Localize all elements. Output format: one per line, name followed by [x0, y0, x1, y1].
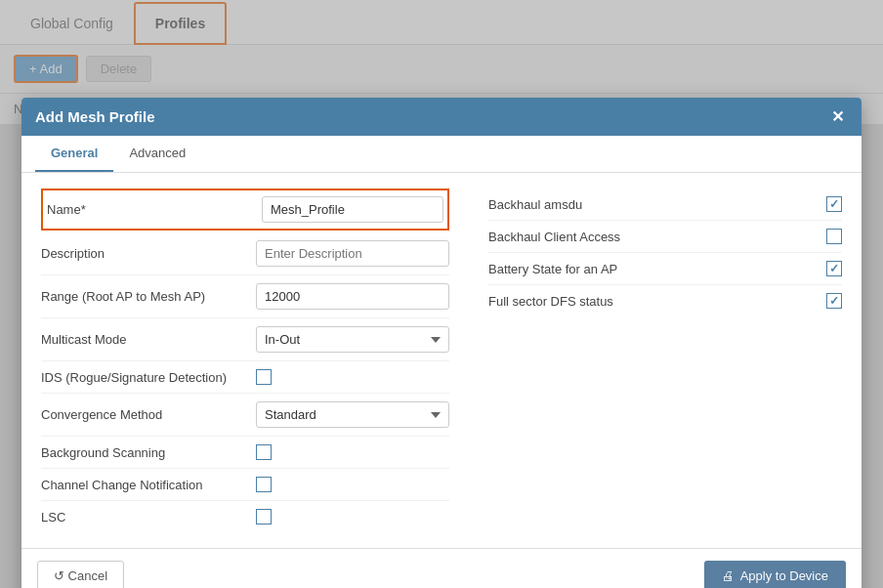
modal-tab-general[interactable]: General	[35, 136, 113, 172]
backhaul-client-access-checkbox[interactable]	[826, 229, 842, 244]
background-scanning-checkbox[interactable]	[256, 444, 272, 460]
ids-row: IDS (Rogue/Signature Detection)	[41, 361, 449, 394]
modal-title: Add Mesh Profile	[35, 108, 155, 125]
apply-label: Apply to Device	[740, 568, 828, 583]
battery-state-row: Battery State for an AP	[488, 253, 842, 285]
ids-label: IDS (Rogue/Signature Detection)	[41, 370, 256, 385]
backhaul-client-access-label: Backhaul Client Access	[488, 230, 826, 244]
multicast-mode-label: Multicast Mode	[41, 332, 256, 347]
range-input[interactable]	[256, 283, 449, 310]
modal-header: Add Mesh Profile ✕	[21, 98, 862, 136]
full-sector-dfs-checkbox[interactable]	[826, 293, 842, 309]
name-input[interactable]	[262, 196, 443, 223]
background-scanning-row: Background Scanning	[41, 437, 449, 469]
backhaul-client-access-row: Backhaul Client Access	[488, 221, 842, 253]
range-row: Range (Root AP to Mesh AP)	[41, 275, 449, 318]
lsc-row: LSC	[41, 501, 449, 532]
modal-overlay: Add Mesh Profile ✕ General Advanced Name…	[0, 0, 883, 588]
convergence-method-label: Convergence Method	[41, 407, 256, 422]
modal-body: Name* Description Range (Root AP to Mesh…	[21, 173, 862, 548]
channel-change-label: Channel Change Notification	[41, 478, 256, 492]
right-column: Backhaul amsdu Backhaul Client Access Ba…	[488, 189, 842, 532]
multicast-mode-select[interactable]: In-Out In Out Disabled	[256, 326, 449, 353]
modal-footer: ↺ Cancel 🖨 Apply to Device	[21, 548, 862, 588]
ids-checkbox[interactable]	[256, 369, 272, 385]
battery-state-label: Battery State for an AP	[488, 262, 826, 276]
description-row: Description	[41, 232, 449, 275]
apply-to-device-button[interactable]: 🖨 Apply to Device	[704, 561, 846, 588]
lsc-label: LSC	[41, 510, 256, 525]
backhaul-amsdu-label: Backhaul amsdu	[488, 197, 826, 212]
name-label: Name*	[47, 202, 262, 217]
range-label: Range (Root AP to Mesh AP)	[41, 289, 256, 304]
backhaul-amsdu-row: Backhaul amsdu	[488, 189, 842, 221]
battery-state-checkbox[interactable]	[826, 261, 842, 276]
apply-icon: 🖨	[722, 568, 735, 583]
cancel-button[interactable]: ↺ Cancel	[37, 561, 124, 588]
left-column: Name* Description Range (Root AP to Mesh…	[41, 189, 449, 532]
add-mesh-profile-modal: Add Mesh Profile ✕ General Advanced Name…	[21, 98, 862, 588]
background-scanning-label: Background Scanning	[41, 445, 256, 460]
description-input[interactable]	[256, 240, 449, 267]
name-row: Name*	[41, 189, 449, 231]
convergence-method-select[interactable]: Standard Fast	[256, 401, 449, 428]
channel-change-checkbox[interactable]	[256, 477, 272, 492]
modal-close-button[interactable]: ✕	[827, 107, 848, 126]
channel-change-row: Channel Change Notification	[41, 469, 449, 501]
full-sector-dfs-label: Full sector DFS status	[488, 294, 826, 309]
multicast-mode-row: Multicast Mode In-Out In Out Disabled	[41, 318, 449, 361]
backhaul-amsdu-checkbox[interactable]	[826, 196, 842, 212]
lsc-checkbox[interactable]	[256, 509, 272, 525]
convergence-method-row: Convergence Method Standard Fast	[41, 394, 449, 437]
modal-tab-bar: General Advanced	[21, 136, 862, 173]
full-sector-dfs-row: Full sector DFS status	[488, 285, 842, 316]
description-label: Description	[41, 246, 256, 261]
modal-tab-advanced[interactable]: Advanced	[113, 136, 201, 172]
